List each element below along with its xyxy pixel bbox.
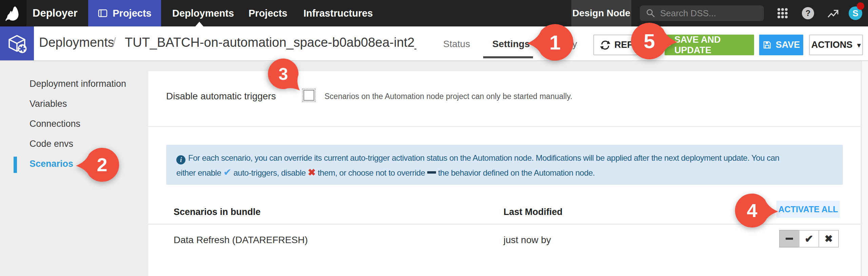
enable-segment[interactable]: ✔ bbox=[799, 230, 819, 248]
trend-arrow-icon bbox=[827, 7, 839, 19]
info-note-line1: iFor each scenario, you can override its… bbox=[176, 151, 843, 165]
nav-link-infrastructures[interactable]: Infrastructures bbox=[303, 0, 373, 26]
active-item-marker bbox=[14, 157, 17, 173]
deployment-type-badge bbox=[0, 26, 34, 60]
disable-triggers-checkbox[interactable] bbox=[303, 90, 314, 101]
section-divider bbox=[148, 126, 861, 127]
callout-5-save-and-update: 5 bbox=[630, 22, 677, 60]
projects-icon bbox=[98, 8, 108, 18]
breadcrumb-separator: / bbox=[113, 35, 116, 50]
info-note-line2: either enable ✔ auto-triggers, disable ✖… bbox=[176, 165, 843, 180]
callout-4-activate-all: 4 bbox=[734, 193, 778, 229]
callout-1-settings-tab: 1 bbox=[527, 23, 574, 62]
svg-text:3: 3 bbox=[278, 64, 288, 83]
check-icon: ✔ bbox=[805, 233, 813, 245]
nav-projects-label: Projects bbox=[113, 8, 151, 19]
help-button[interactable]: ? bbox=[802, 0, 814, 26]
column-header-last-modified: Last Modified bbox=[504, 207, 563, 217]
cross-icon: ✖ bbox=[825, 233, 833, 244]
search-input[interactable]: Search DSS... bbox=[640, 5, 764, 21]
top-navbar: Deployer Projects Deployments Projects I… bbox=[0, 0, 868, 26]
tab-status[interactable]: Status bbox=[443, 39, 470, 50]
scenario-last-modified: just now by bbox=[504, 235, 551, 245]
sidebar-item-scenarios[interactable]: Scenarios bbox=[29, 159, 73, 169]
activate-all-button[interactable]: ACTIVATE ALL bbox=[776, 201, 840, 218]
sidebar-item-code-envs[interactable]: Code envs bbox=[29, 139, 73, 149]
enable-check-icon: ✔ bbox=[223, 167, 231, 178]
breadcrumb-deployments[interactable]: Deployments bbox=[39, 35, 114, 50]
disable-cross-icon: ✖ bbox=[308, 167, 316, 178]
callout-2-scenarios-item: 2 bbox=[76, 147, 120, 183]
save-label: SAVE bbox=[776, 40, 800, 50]
no-override-segment[interactable] bbox=[779, 230, 800, 248]
svg-text:2: 2 bbox=[97, 154, 107, 175]
sidebar-item-variables[interactable]: Variables bbox=[29, 99, 67, 109]
apps-grid-button[interactable] bbox=[776, 0, 789, 26]
save-and-update-button[interactable]: ▶ SAVE AND UPDATE bbox=[665, 35, 754, 55]
monitoring-button[interactable] bbox=[827, 0, 839, 26]
sidebar-item-deployment-information[interactable]: Deployment information bbox=[29, 79, 126, 89]
product-title: Deployer bbox=[33, 0, 78, 26]
column-header-scenarios: Scenarios in bundle bbox=[174, 207, 261, 217]
dataiku-bird-icon bbox=[5, 5, 21, 21]
info-note: iFor each scenario, you can override its… bbox=[166, 145, 843, 185]
nav-link-projects[interactable]: Projects bbox=[249, 0, 287, 26]
svg-text:4: 4 bbox=[747, 200, 757, 221]
caret-down-icon: ▾ bbox=[857, 41, 861, 49]
svg-text:1: 1 bbox=[549, 31, 560, 54]
scenario-name: Data Refresh (DATAREFRESH) bbox=[174, 235, 308, 245]
app-logo[interactable] bbox=[0, 0, 26, 26]
save-floppy-icon bbox=[763, 40, 772, 50]
disable-triggers-help: Scenarios on the Automation node project… bbox=[324, 92, 572, 101]
svg-text:5: 5 bbox=[644, 30, 655, 53]
disable-triggers-label: Disable automatic triggers bbox=[166, 91, 276, 102]
node-badge: Design Node bbox=[571, 0, 631, 26]
notification-badge bbox=[857, 2, 864, 10]
actions-label: ACTIONS bbox=[811, 40, 853, 50]
nav-projects-button[interactable]: Projects bbox=[88, 0, 161, 26]
breadcrumb-deployment-name: TUT_BATCH-on-automation_space-b0ab08ea-i… bbox=[125, 35, 416, 50]
info-icon: i bbox=[176, 155, 185, 164]
tab-settings[interactable]: Settings bbox=[492, 39, 530, 50]
deployment-header: Deployments / TUT_BATCH-on-automation_sp… bbox=[0, 26, 868, 61]
save-button[interactable]: SAVE bbox=[759, 35, 803, 55]
help-icon: ? bbox=[802, 7, 814, 19]
apps-grid-icon bbox=[776, 7, 789, 19]
actions-dropdown-button[interactable]: ACTIONS ▾ bbox=[809, 35, 863, 55]
search-placeholder: Search DSS... bbox=[660, 8, 716, 19]
scenarios-panel: Disable automatic triggers Scenarios on … bbox=[148, 71, 861, 276]
settings-page: Deployment information Variables Connect… bbox=[0, 61, 868, 276]
disable-segment[interactable]: ✖ bbox=[818, 230, 839, 248]
active-nav-caret bbox=[195, 22, 203, 26]
save-and-update-label: SAVE AND UPDATE bbox=[674, 35, 754, 56]
vertical-scrollbar[interactable] bbox=[862, 61, 868, 276]
scenario-override-toggle: ✔ ✖ bbox=[779, 230, 839, 248]
search-icon bbox=[646, 8, 655, 18]
refresh-icon bbox=[600, 40, 610, 50]
sidebar-item-connections[interactable]: Connections bbox=[29, 119, 80, 129]
no-override-minus-icon bbox=[427, 171, 436, 174]
active-tab-underline bbox=[483, 56, 533, 58]
package-cube-icon bbox=[7, 34, 27, 53]
minus-icon bbox=[786, 238, 793, 240]
